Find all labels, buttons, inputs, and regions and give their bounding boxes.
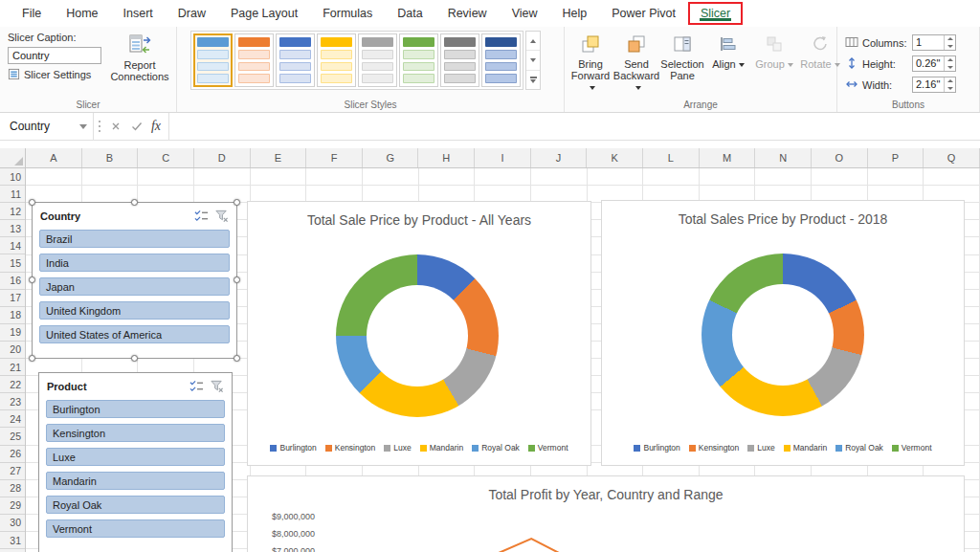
- slicer-style-light-blue-2[interactable]: [276, 33, 315, 87]
- cancel-button[interactable]: [105, 113, 126, 140]
- column-header-I[interactable]: I: [475, 148, 531, 167]
- slicer-product[interactable]: Product Burlingt: [38, 372, 233, 552]
- clear-filter-button[interactable]: [207, 377, 227, 395]
- row-header-10[interactable]: 10: [0, 168, 25, 186]
- formula-input[interactable]: [168, 113, 980, 140]
- row-header-25[interactable]: 25: [0, 428, 25, 445]
- tab-power-pivot[interactable]: Power Pivot: [599, 2, 688, 25]
- selection-handle-middle-right[interactable]: [234, 276, 240, 283]
- send-backward-button[interactable]: SendBackward: [614, 33, 658, 95]
- row-header-31[interactable]: 31: [0, 532, 25, 549]
- row-header-28[interactable]: 28: [0, 480, 25, 497]
- name-box[interactable]: Country: [0, 113, 93, 140]
- chart-panel-2018[interactable]: Total Sales Price by Product - 2018 Burl…: [601, 200, 965, 466]
- row-header-29[interactable]: 29: [0, 497, 25, 515]
- insert-function-button[interactable]: fx: [147, 113, 168, 140]
- row-header-21[interactable]: 21: [0, 359, 25, 376]
- row-header-20[interactable]: 20: [0, 342, 25, 359]
- row-header-11[interactable]: 11: [0, 186, 25, 203]
- slicer-style-dark-gray[interactable]: [440, 33, 479, 87]
- columns-spinner[interactable]: [944, 35, 955, 50]
- row-header-23[interactable]: 23: [0, 393, 25, 410]
- tab-slicer[interactable]: Slicer: [688, 2, 743, 25]
- column-header-D[interactable]: D: [194, 148, 251, 167]
- slicer-item-royal-oak[interactable]: Royal Oak: [46, 496, 225, 514]
- slicer-item-mandarin[interactable]: Mandarin: [46, 472, 225, 490]
- selection-handle-bottom-left[interactable]: [29, 355, 35, 362]
- select-all-corner[interactable]: [0, 148, 26, 168]
- column-header-P[interactable]: P: [868, 148, 924, 167]
- tab-draw[interactable]: Draw: [166, 2, 218, 25]
- tab-data[interactable]: Data: [385, 2, 434, 25]
- tab-review[interactable]: Review: [435, 2, 500, 25]
- row-header-27[interactable]: 27: [0, 463, 25, 480]
- width-spinner[interactable]: [944, 77, 955, 92]
- tab-home[interactable]: Home: [54, 2, 110, 25]
- slicer-item-vermont[interactable]: Vermont: [46, 519, 225, 538]
- slicer-style-dark-blue[interactable]: [481, 33, 521, 87]
- chart-panel-all-years[interactable]: Total Sale Price by Product - All Years …: [247, 201, 591, 466]
- row-header-19[interactable]: 19: [0, 324, 25, 342]
- column-header-C[interactable]: C: [138, 148, 194, 167]
- slicer-item-india[interactable]: India: [39, 254, 230, 272]
- tab-help[interactable]: Help: [550, 2, 600, 25]
- row-header-24[interactable]: 24: [0, 410, 25, 428]
- report-connections-button[interactable]: Report Connections: [109, 30, 170, 97]
- name-box-dropdown-icon[interactable]: [79, 124, 87, 129]
- selection-handle-top-middle[interactable]: [131, 199, 138, 206]
- height-spinner[interactable]: [944, 56, 955, 71]
- clear-filter-button[interactable]: [212, 207, 232, 225]
- slicer-item-luxe[interactable]: Luxe: [46, 448, 225, 466]
- multi-select-button[interactable]: [191, 207, 212, 225]
- column-header-H[interactable]: H: [418, 148, 475, 167]
- column-header-J[interactable]: J: [531, 148, 588, 167]
- tab-formulas[interactable]: Formulas: [310, 2, 385, 25]
- row-header-12[interactable]: 12: [0, 203, 25, 220]
- slicer-item-united-states-of-america[interactable]: United States of America: [39, 325, 230, 343]
- selection-handle-top-left[interactable]: [29, 199, 35, 206]
- slicer-item-united-kingdom[interactable]: United Kingdom: [39, 301, 230, 320]
- column-header-E[interactable]: E: [251, 148, 307, 167]
- row-header-26[interactable]: 26: [0, 446, 25, 463]
- tab-file[interactable]: File: [10, 2, 54, 25]
- column-header-B[interactable]: B: [82, 148, 139, 167]
- gallery-scroll-up-button[interactable]: [526, 32, 540, 51]
- tab-page-layout[interactable]: Page Layout: [218, 2, 310, 25]
- width-input[interactable]: 2.16": [912, 77, 956, 93]
- slicer-item-kensington[interactable]: Kensington: [46, 424, 225, 442]
- donut-chart-1[interactable]: [336, 254, 499, 417]
- column-header-A[interactable]: A: [26, 148, 82, 167]
- slicer-settings-button[interactable]: Slicer Settings: [8, 68, 101, 80]
- slicer-caption-input[interactable]: [8, 47, 101, 64]
- selection-handle-bottom-middle[interactable]: [131, 355, 138, 362]
- column-header-G[interactable]: G: [363, 148, 419, 167]
- chart-panel-total-profit[interactable]: Total Profit by Year, Country and Range …: [247, 475, 965, 552]
- slicer-item-burlington[interactable]: Burlington: [46, 400, 225, 418]
- enter-button[interactable]: [126, 113, 147, 140]
- cells-grid[interactable]: Country BrazilIn: [26, 168, 980, 552]
- tab-view[interactable]: View: [500, 2, 550, 25]
- slicer-style-light-gray[interactable]: [358, 33, 397, 87]
- row-header-14[interactable]: 14: [0, 237, 25, 254]
- row-header-15[interactable]: 15: [0, 254, 25, 272]
- column-header-N[interactable]: N: [755, 148, 812, 167]
- row-header-13[interactable]: 13: [0, 220, 25, 237]
- column-header-K[interactable]: K: [587, 148, 643, 167]
- row-header-16[interactable]: 16: [0, 273, 25, 290]
- tab-insert[interactable]: Insert: [111, 2, 166, 25]
- slicer-style-light-green[interactable]: [399, 33, 438, 87]
- column-header-L[interactable]: L: [643, 148, 700, 167]
- column-header-O[interactable]: O: [812, 148, 868, 167]
- slicer-style-light-yellow[interactable]: [317, 33, 356, 87]
- row-header-30[interactable]: 30: [0, 515, 25, 532]
- align-button[interactable]: Align: [706, 33, 750, 95]
- selection-handle-middle-left[interactable]: [29, 276, 35, 283]
- slicer-country[interactable]: Country BrazilIn: [32, 202, 237, 359]
- column-header-Q[interactable]: Q: [924, 148, 980, 167]
- gallery-scroll-down-button[interactable]: [526, 51, 540, 70]
- slicer-item-japan[interactable]: Japan: [39, 277, 230, 296]
- columns-input[interactable]: 1: [912, 34, 956, 51]
- selection-pane-button[interactable]: SelectionPane: [660, 33, 704, 95]
- column-header-F[interactable]: F: [306, 148, 363, 167]
- multi-select-button[interactable]: [187, 377, 207, 395]
